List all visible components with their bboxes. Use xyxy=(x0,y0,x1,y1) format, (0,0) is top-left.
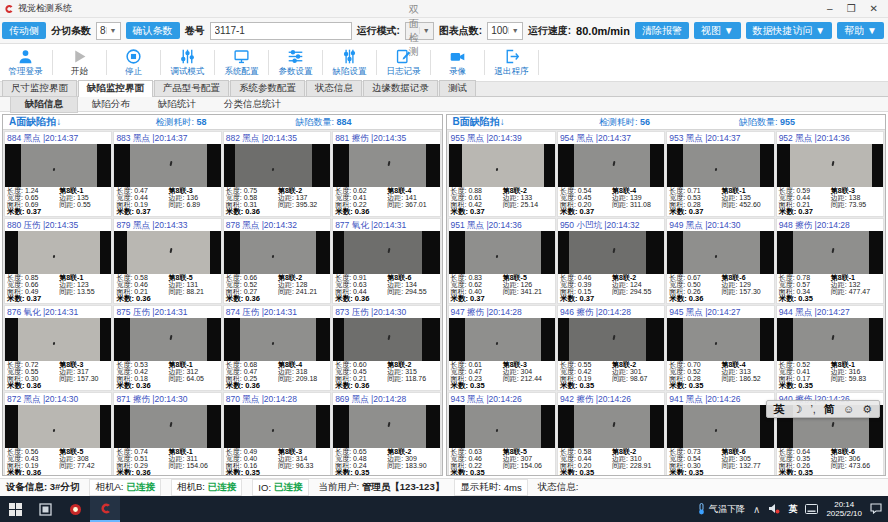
quick-access-menu-button[interactable]: 数据快捷访问 ▼ xyxy=(746,22,833,39)
tab-test[interactable]: 测试 xyxy=(439,80,476,96)
defect-cell[interactable]: 879 黑点 |20:14:33 长度: 0.58宽度: 0.46面积: 0.2… xyxy=(113,218,221,304)
defect-cell[interactable]: 948 擦伤 |20:14:28 长度: 0.78宽度: 0.57面积: 0.3… xyxy=(776,218,884,304)
defect-cell[interactable]: 951 黑点 |20:14:36 长度: 0.83宽度: 0.62面积: 0.4… xyxy=(448,218,556,304)
defect-image[interactable] xyxy=(224,318,330,362)
task-view-button[interactable] xyxy=(30,496,60,522)
defect-image[interactable] xyxy=(558,318,664,362)
defect-cell[interactable]: 944 黑点 |20:14:27 长度: 0.52宽度: 0.41面积: 0.1… xyxy=(776,305,884,391)
volume-icon[interactable] xyxy=(768,500,780,518)
chart-points-select[interactable]: 100▼ xyxy=(487,22,523,40)
defect-cell[interactable]: 878 黑点 |20:14:32 长度: 0.66宽度: 0.52面积: 0.2… xyxy=(223,218,331,304)
defect-cell[interactable]: 874 压伤 |20:14:31 长度: 0.68宽度: 0.47面积: 0.2… xyxy=(223,305,331,391)
subtab-defect-stats[interactable]: 缺陷统计 xyxy=(144,97,210,112)
defect-image[interactable] xyxy=(777,144,883,188)
defect-cell[interactable]: 946 擦伤 |20:14:28 长度: 0.55宽度: 0.42面积: 0.1… xyxy=(557,305,665,391)
ime-language-indicator[interactable]: 英 xyxy=(788,503,797,516)
defect-image[interactable] xyxy=(5,231,111,275)
parameter-settings-button[interactable]: 参数设置 xyxy=(272,45,319,80)
log-record-button[interactable]: 日志记录 xyxy=(380,45,427,80)
defect-image[interactable] xyxy=(449,405,555,449)
ime-simplified-mode[interactable]: 简 xyxy=(824,401,835,417)
defect-image[interactable] xyxy=(667,318,773,362)
confirm-count-button[interactable]: 确认条数 xyxy=(126,22,180,39)
defect-image[interactable] xyxy=(777,318,883,362)
defect-cell[interactable]: 945 黑点 |20:14:27 长度: 0.70宽度: 0.52面积: 0.2… xyxy=(666,305,774,391)
exit-program-button[interactable]: 退出程序 xyxy=(488,45,535,80)
slit-count-select[interactable]: 8▼ xyxy=(96,22,121,40)
defect-cell[interactable]: 875 压伤 |20:14:31 长度: 0.53宽度: 0.42面积: 0.1… xyxy=(113,305,221,391)
close-icon[interactable]: ✕ xyxy=(870,4,878,14)
defect-cell[interactable]: 884 黑点 |20:14:37 长度: 1.24宽度: 0.65面积: 0.6… xyxy=(4,131,112,217)
defect-cell[interactable]: 870 黑点 |20:14:28 长度: 0.49宽度: 0.40面积: 0.1… xyxy=(223,392,331,476)
defect-image[interactable] xyxy=(333,405,439,449)
defect-image[interactable] xyxy=(224,231,330,275)
help-menu-button[interactable]: 帮助 ▼ xyxy=(837,22,884,39)
defect-image[interactable] xyxy=(5,405,111,449)
tab-size-monitor[interactable]: 尺寸监控界面 xyxy=(2,80,77,96)
defect-cell[interactable]: 954 黑点 |20:14:37 长度: 0.54宽度: 0.45面积: 0.2… xyxy=(557,131,665,217)
run-mode-select[interactable]: 双面检测▼ xyxy=(405,22,434,40)
defect-cell[interactable]: 872 黑点 |20:14:30 长度: 0.56宽度: 0.43面积: 0.1… xyxy=(4,392,112,476)
defect-image[interactable] xyxy=(558,231,664,275)
defect-image[interactable] xyxy=(449,231,555,275)
touch-keyboard-icon[interactable] xyxy=(805,500,818,518)
defect-cell[interactable]: 883 黑点 |20:14:37 长度: 0.47宽度: 0.44面积: 0.1… xyxy=(113,131,221,217)
debug-mode-button[interactable]: 调试模式 xyxy=(164,45,211,80)
subtab-defect-distribution[interactable]: 缺陷分布 xyxy=(78,97,144,112)
defect-image[interactable] xyxy=(449,144,555,188)
ime-punctuation-icon[interactable]: ’, xyxy=(810,401,816,417)
defect-cell[interactable]: 882 黑点 |20:14:35 长度: 0.75宽度: 0.58面积: 0.3… xyxy=(223,131,331,217)
defect-image[interactable] xyxy=(777,231,883,275)
tab-status-info[interactable]: 状态信息 xyxy=(306,80,362,96)
defect-cell[interactable]: 881 擦伤 |20:14:35 长度: 0.62宽度: 0.41面积: 0.2… xyxy=(332,131,440,217)
ime-moon-fullhalf-icon[interactable]: ☽ xyxy=(793,401,803,417)
system-config-button[interactable]: 系统配置 xyxy=(218,45,265,80)
defect-image[interactable] xyxy=(224,405,330,449)
defect-cell[interactable]: 953 黑点 |20:14:37 长度: 0.71宽度: 0.53面积: 0.2… xyxy=(666,131,774,217)
roll-number-input[interactable] xyxy=(210,22,352,40)
ime-toolbar[interactable]: 英 ☽ ’, 简 ☺ ⚙ xyxy=(766,400,880,418)
taskbar-app-browser[interactable] xyxy=(60,496,90,522)
taskbar-clock[interactable]: 20:14 2025/2/10 xyxy=(826,500,862,518)
ime-settings-gear-icon[interactable]: ⚙ xyxy=(862,401,872,417)
ime-emoji-icon[interactable]: ☺ xyxy=(843,401,854,417)
defect-image[interactable] xyxy=(333,231,439,275)
defect-cell[interactable]: 876 氧化 |20:14:31 长度: 0.72宽度: 0.55面积: 0.3… xyxy=(4,305,112,391)
defect-cell[interactable]: 949 黑点 |20:14:30 长度: 0.67宽度: 0.50面积: 0.2… xyxy=(666,218,774,304)
defect-image[interactable] xyxy=(224,144,330,188)
defect-image[interactable] xyxy=(333,318,439,362)
tab-system-params[interactable]: 系统参数配置 xyxy=(230,80,305,96)
defect-image[interactable] xyxy=(667,144,773,188)
tab-product-config[interactable]: 产品型号配置 xyxy=(154,80,229,96)
record-video-button[interactable]: 录像 xyxy=(434,45,481,80)
tab-defect-monitor[interactable]: 缺陷监控界面 xyxy=(78,80,153,97)
stop-button[interactable]: 停止 xyxy=(110,45,157,80)
minimize-icon[interactable]: – xyxy=(827,4,833,14)
clear-alarm-button[interactable]: 清除报警 xyxy=(635,22,689,39)
defect-settings-button[interactable]: 缺陷设置 xyxy=(326,45,373,80)
defect-cell[interactable]: 941 黑点 |20:14:26 长度: 0.73宽度: 0.54面积: 0.3… xyxy=(666,392,774,476)
defect-cell[interactable]: 871 擦伤 |20:14:30 长度: 0.74宽度: 0.51面积: 0.2… xyxy=(113,392,221,476)
view-menu-button[interactable]: 视图 ▼ xyxy=(694,22,741,39)
weather-widget[interactable]: 气温下降 xyxy=(697,503,745,516)
tab-edge-data-record[interactable]: 边缘数据记录 xyxy=(363,80,438,96)
defect-image[interactable] xyxy=(114,144,220,188)
drive-side-button[interactable]: 传动侧 xyxy=(2,22,46,39)
defect-image[interactable] xyxy=(449,318,555,362)
defect-image[interactable] xyxy=(667,231,773,275)
defect-cell[interactable]: 950 小凹坑 |20:14:32 长度: 0.46宽度: 0.39面积: 0.… xyxy=(557,218,665,304)
ime-english-mode[interactable]: 英 xyxy=(774,401,785,417)
defect-cell[interactable]: 952 黑点 |20:14:36 长度: 0.59宽度: 0.44面积: 0.2… xyxy=(776,131,884,217)
defect-cell[interactable]: 942 擦伤 |20:14:26 长度: 0.58宽度: 0.44面积: 0.2… xyxy=(557,392,665,476)
defect-cell[interactable]: 873 压伤 |20:14:30 长度: 0.60宽度: 0.45面积: 0.2… xyxy=(332,305,440,391)
taskbar-app-inspection[interactable] xyxy=(90,496,120,522)
notification-center-icon[interactable] xyxy=(870,500,882,518)
defect-image[interactable] xyxy=(558,405,664,449)
maximize-icon[interactable]: ❐ xyxy=(847,4,856,14)
defect-cell[interactable]: 877 氧化 |20:14:31 长度: 0.91宽度: 0.63面积: 0.4… xyxy=(332,218,440,304)
admin-login-button[interactable]: 管理登录 xyxy=(2,45,49,80)
defect-image[interactable] xyxy=(5,318,111,362)
defect-image[interactable] xyxy=(114,405,220,449)
defect-image[interactable] xyxy=(558,144,664,188)
defect-image[interactable] xyxy=(5,144,111,188)
